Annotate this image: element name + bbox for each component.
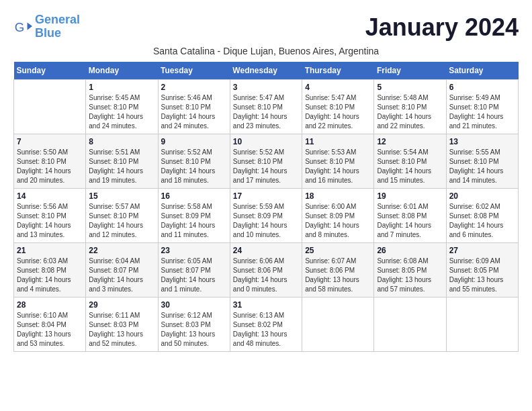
svg-text:G: G xyxy=(15,19,25,34)
calendar-cell: 14Sunrise: 5:56 AMSunset: 8:10 PMDayligh… xyxy=(14,189,86,243)
day-number: 30 xyxy=(161,300,227,310)
day-number: 18 xyxy=(305,191,371,201)
day-info: Sunrise: 5:50 AMSunset: 8:10 PMDaylight:… xyxy=(17,148,83,185)
calendar-cell: 28Sunrise: 6:10 AMSunset: 8:04 PMDayligh… xyxy=(14,298,86,352)
day-info: Sunrise: 5:46 AMSunset: 8:10 PMDaylight:… xyxy=(161,93,227,131)
day-info: Sunrise: 6:04 AMSunset: 8:07 PMDaylight:… xyxy=(89,257,154,294)
header-cell-friday: Friday xyxy=(374,62,446,80)
day-number: 11 xyxy=(305,137,371,146)
day-info: Sunrise: 6:13 AMSunset: 8:02 PMDaylight:… xyxy=(233,311,299,349)
week-row-4: 21Sunrise: 6:03 AMSunset: 8:08 PMDayligh… xyxy=(14,243,519,298)
day-number: 26 xyxy=(377,246,443,255)
calendar-cell xyxy=(374,298,446,352)
calendar-cell: 2Sunrise: 5:46 AMSunset: 8:10 PMDaylight… xyxy=(158,80,230,134)
day-info: Sunrise: 5:47 AMSunset: 8:10 PMDaylight:… xyxy=(305,93,371,131)
svg-marker-1 xyxy=(28,22,32,30)
day-info: Sunrise: 5:53 AMSunset: 8:10 PMDaylight:… xyxy=(305,148,371,185)
header-cell-thursday: Thursday xyxy=(302,62,374,80)
calendar-cell: 7Sunrise: 5:50 AMSunset: 8:10 PMDaylight… xyxy=(14,134,86,189)
day-info: Sunrise: 6:10 AMSunset: 8:04 PMDaylight:… xyxy=(17,311,83,349)
calendar-cell: 25Sunrise: 6:07 AMSunset: 8:06 PMDayligh… xyxy=(302,243,374,298)
day-info: Sunrise: 5:51 AMSunset: 8:10 PMDaylight:… xyxy=(89,148,154,185)
calendar-cell: 9Sunrise: 5:52 AMSunset: 8:10 PMDaylight… xyxy=(158,134,230,189)
day-info: Sunrise: 6:02 AMSunset: 8:08 PMDaylight:… xyxy=(449,202,515,240)
week-row-5: 28Sunrise: 6:10 AMSunset: 8:04 PMDayligh… xyxy=(14,298,519,352)
day-number: 23 xyxy=(161,246,227,255)
day-info: Sunrise: 5:55 AMSunset: 8:10 PMDaylight:… xyxy=(449,148,515,185)
day-info: Sunrise: 5:45 AMSunset: 8:10 PMDaylight:… xyxy=(89,93,154,131)
header-cell-sunday: Sunday xyxy=(14,62,86,80)
calendar-cell: 5Sunrise: 5:48 AMSunset: 8:10 PMDaylight… xyxy=(374,80,446,134)
calendar-cell: 4Sunrise: 5:47 AMSunset: 8:10 PMDaylight… xyxy=(302,80,374,134)
logo: G General Blue xyxy=(13,13,80,40)
day-number: 4 xyxy=(305,83,371,92)
day-number: 3 xyxy=(233,83,299,92)
day-number: 29 xyxy=(89,300,154,310)
day-info: Sunrise: 6:06 AMSunset: 8:06 PMDaylight:… xyxy=(233,257,299,294)
day-info: Sunrise: 5:56 AMSunset: 8:10 PMDaylight:… xyxy=(17,202,83,240)
day-info: Sunrise: 5:48 AMSunset: 8:10 PMDaylight:… xyxy=(377,93,443,131)
day-number: 25 xyxy=(305,246,371,255)
calendar-cell: 11Sunrise: 5:53 AMSunset: 8:10 PMDayligh… xyxy=(302,134,374,189)
day-info: Sunrise: 6:05 AMSunset: 8:07 PMDaylight:… xyxy=(161,257,227,294)
day-number: 24 xyxy=(233,246,299,255)
calendar-cell: 12Sunrise: 5:54 AMSunset: 8:10 PMDayligh… xyxy=(374,134,446,189)
calendar-cell: 22Sunrise: 6:04 AMSunset: 8:07 PMDayligh… xyxy=(86,243,158,298)
calendar-cell: 30Sunrise: 6:12 AMSunset: 8:03 PMDayligh… xyxy=(158,298,230,352)
calendar-cell: 6Sunrise: 5:49 AMSunset: 8:10 PMDaylight… xyxy=(446,80,518,134)
day-number: 21 xyxy=(17,246,83,255)
day-info: Sunrise: 5:52 AMSunset: 8:10 PMDaylight:… xyxy=(161,148,227,185)
day-number: 27 xyxy=(449,246,515,255)
calendar-table: SundayMondayTuesdayWednesdayThursdayFrid… xyxy=(13,62,519,352)
day-number: 17 xyxy=(233,191,299,201)
week-row-2: 7Sunrise: 5:50 AMSunset: 8:10 PMDaylight… xyxy=(14,134,519,189)
day-number: 2 xyxy=(161,83,227,92)
day-info: Sunrise: 6:00 AMSunset: 8:09 PMDaylight:… xyxy=(305,202,371,240)
day-number: 10 xyxy=(233,137,299,146)
calendar-cell: 10Sunrise: 5:52 AMSunset: 8:10 PMDayligh… xyxy=(230,134,302,189)
calendar-cell: 1Sunrise: 5:45 AMSunset: 8:10 PMDaylight… xyxy=(86,80,158,134)
day-number: 13 xyxy=(449,137,515,146)
day-info: Sunrise: 5:59 AMSunset: 8:09 PMDaylight:… xyxy=(233,202,299,240)
calendar-cell: 31Sunrise: 6:13 AMSunset: 8:02 PMDayligh… xyxy=(230,298,302,352)
day-number: 20 xyxy=(449,191,515,201)
week-row-1: 1Sunrise: 5:45 AMSunset: 8:10 PMDaylight… xyxy=(14,80,519,134)
calendar-cell: 19Sunrise: 6:01 AMSunset: 8:08 PMDayligh… xyxy=(374,189,446,243)
calendar-cell: 29Sunrise: 6:11 AMSunset: 8:03 PMDayligh… xyxy=(86,298,158,352)
day-info: Sunrise: 6:09 AMSunset: 8:05 PMDaylight:… xyxy=(449,257,515,294)
month-title: January 2024 xyxy=(365,13,519,42)
calendar-cell: 26Sunrise: 6:08 AMSunset: 8:05 PMDayligh… xyxy=(374,243,446,298)
day-number: 22 xyxy=(89,246,154,255)
calendar-cell: 13Sunrise: 5:55 AMSunset: 8:10 PMDayligh… xyxy=(446,134,518,189)
calendar-cell xyxy=(446,298,518,352)
day-number: 8 xyxy=(89,137,154,146)
calendar-cell: 24Sunrise: 6:06 AMSunset: 8:06 PMDayligh… xyxy=(230,243,302,298)
day-number: 28 xyxy=(17,300,83,310)
header-cell-saturday: Saturday xyxy=(446,62,518,80)
logo-text: General Blue xyxy=(35,13,80,40)
header-cell-tuesday: Tuesday xyxy=(158,62,230,80)
page-header: G General Blue January 2024 xyxy=(13,13,519,42)
day-number: 19 xyxy=(377,191,443,201)
header-row: SundayMondayTuesdayWednesdayThursdayFrid… xyxy=(14,62,519,80)
day-number: 1 xyxy=(89,83,154,92)
day-info: Sunrise: 5:54 AMSunset: 8:10 PMDaylight:… xyxy=(377,148,443,185)
day-number: 9 xyxy=(161,137,227,146)
day-number: 15 xyxy=(89,191,154,201)
subtitle: Santa Catalina - Dique Lujan, Buenos Air… xyxy=(13,46,519,56)
calendar-cell: 3Sunrise: 5:47 AMSunset: 8:10 PMDaylight… xyxy=(230,80,302,134)
day-number: 31 xyxy=(233,300,299,310)
day-info: Sunrise: 6:01 AMSunset: 8:08 PMDaylight:… xyxy=(377,202,443,240)
calendar-cell: 15Sunrise: 5:57 AMSunset: 8:10 PMDayligh… xyxy=(86,189,158,243)
title-section: January 2024 xyxy=(365,13,519,42)
day-number: 6 xyxy=(449,83,515,92)
week-row-3: 14Sunrise: 5:56 AMSunset: 8:10 PMDayligh… xyxy=(14,189,519,243)
calendar-cell: 16Sunrise: 5:58 AMSunset: 8:09 PMDayligh… xyxy=(158,189,230,243)
calendar-cell: 27Sunrise: 6:09 AMSunset: 8:05 PMDayligh… xyxy=(446,243,518,298)
calendar-cell: 20Sunrise: 6:02 AMSunset: 8:08 PMDayligh… xyxy=(446,189,518,243)
day-info: Sunrise: 6:11 AMSunset: 8:03 PMDaylight:… xyxy=(89,311,154,349)
calendar-cell xyxy=(14,80,86,134)
day-number: 7 xyxy=(17,137,83,146)
day-number: 12 xyxy=(377,137,443,146)
header-cell-monday: Monday xyxy=(86,62,158,80)
